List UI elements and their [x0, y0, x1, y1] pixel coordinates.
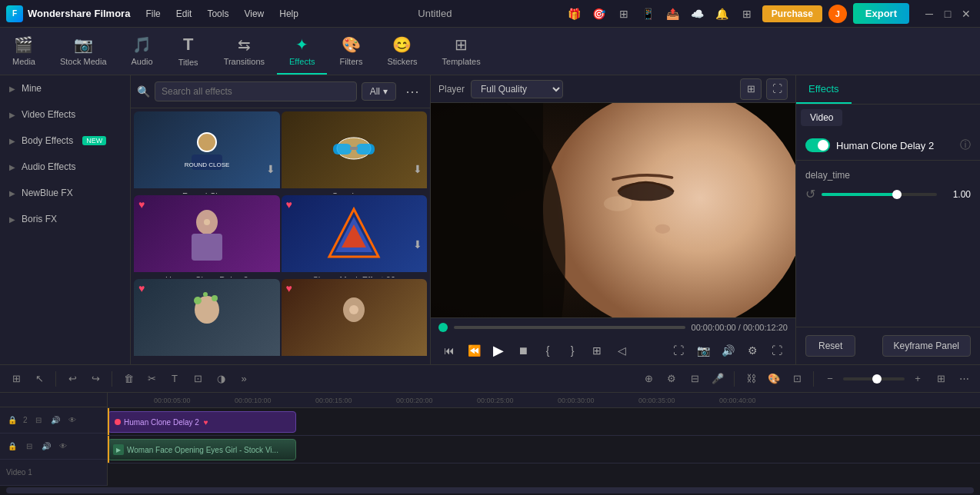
play-button[interactable]: ▶ — [488, 340, 509, 361]
menu-file[interactable]: File — [139, 5, 166, 22]
volume-button[interactable]: 🔊 — [717, 340, 738, 361]
zoom-out-button[interactable]: − — [820, 369, 840, 389]
pip-button[interactable]: ⊡ — [787, 369, 807, 389]
step-back-button[interactable]: ⏪ — [463, 340, 485, 361]
undo-button[interactable]: ↩ — [62, 369, 82, 389]
gift-icon[interactable]: 🎁 — [565, 5, 584, 23]
text-button[interactable]: T — [165, 369, 185, 389]
effect-item-shape-mask-06[interactable]: ♥ ⬇ Shape Mask Effect 06 — [282, 195, 428, 277]
grid-icon[interactable]: ⊞ — [615, 5, 633, 23]
sidebar-item-audio-effects[interactable]: ▶ Audio Effects — [0, 154, 130, 180]
sidebar-item-body-effects[interactable]: ▶ Body Effects NEW — [0, 128, 130, 154]
add-track-button[interactable]: ⊞ — [6, 369, 26, 389]
track-1-collapse[interactable]: ⊟ — [23, 440, 35, 452]
zoom-in-button[interactable]: + — [908, 369, 928, 389]
keyframe-panel-button[interactable]: Keyframe Panel — [882, 335, 971, 357]
toolbar-templates[interactable]: ⊞ Templates — [430, 28, 493, 75]
subtab-video[interactable]: Video — [801, 109, 842, 126]
mark-in-button[interactable]: { — [537, 340, 558, 361]
effect-toggle[interactable] — [805, 138, 830, 152]
toolbar-effects[interactable]: ✦ Effects — [277, 28, 327, 75]
sidebar-item-video-effects[interactable]: ▶ Video Effects — [0, 101, 130, 128]
share-icon[interactable]: 📤 — [664, 5, 682, 23]
minimize-button[interactable]: ─ — [922, 6, 937, 22]
more-button[interactable]: ⋯ — [401, 81, 424, 101]
snapshot-button[interactable]: 📷 — [692, 340, 714, 361]
playhead-dot[interactable] — [438, 323, 448, 332]
magnet-button[interactable]: ⊕ — [638, 369, 658, 389]
color-button[interactable]: ◑ — [211, 369, 231, 389]
menu-help[interactable]: Help — [273, 5, 305, 22]
clip-effect-human-clone[interactable]: Human Clone Delay 2 ♥ — [108, 411, 296, 433]
effect-item-human-clone-delay-2[interactable]: ♥ Human Clone Delay 2 — [134, 195, 280, 277]
track-row-2[interactable]: Human Clone Delay 2 ♥ — [108, 408, 980, 436]
progress-track[interactable] — [454, 326, 685, 329]
effect-item-5[interactable]: ♥ — [134, 279, 280, 361]
crop-button[interactable]: ⛶ — [668, 340, 689, 361]
settings-button[interactable]: ⚙ — [742, 340, 763, 361]
select-tool[interactable]: ↖ — [29, 369, 49, 389]
split-button[interactable]: ⊟ — [685, 369, 705, 389]
fullscreen-button[interactable]: ⛶ — [766, 78, 788, 100]
param-reset-icon[interactable]: ↺ — [805, 187, 815, 201]
param-slider[interactable] — [822, 193, 937, 196]
sidebar-item-boris-fx[interactable]: ▶ Boris FX — [0, 206, 130, 232]
close-button[interactable]: ✕ — [958, 6, 974, 22]
add-marker-button[interactable]: ⊞ — [586, 340, 608, 361]
effect-info-button[interactable]: ⓘ — [960, 138, 971, 152]
track-2-audio-icon[interactable]: 🔊 — [49, 414, 62, 426]
effect-item-round-close[interactable]: ROUND CLOSE ⬇ Round Close — [134, 111, 280, 194]
skip-back-button[interactable]: ⏮ — [438, 340, 460, 361]
track-1-audio-icon[interactable]: 🔊 — [40, 440, 52, 452]
cloud-icon[interactable]: ☁️ — [688, 5, 707, 23]
user-avatar[interactable]: J — [828, 5, 847, 23]
more-btn[interactable]: ⋯ — [954, 369, 974, 389]
redo-button[interactable]: ↪ — [85, 369, 105, 389]
fullscreen-ctrl-button[interactable]: ⛶ — [766, 340, 788, 361]
apps-icon[interactable]: ⊞ — [738, 5, 756, 23]
effect-item-sunglasses[interactable]: ⬇ Sunglasses — [282, 111, 428, 194]
quality-select[interactable]: Full Quality Half Quality Quarter Qualit… — [471, 80, 563, 98]
notify-icon[interactable]: 🔔 — [713, 5, 732, 23]
sidebar-item-mine[interactable]: ▶ Mine — [0, 75, 130, 101]
toolbar-stickers[interactable]: 😊 Stickers — [375, 28, 429, 75]
zoom-slider[interactable] — [843, 377, 905, 380]
crop-button[interactable]: ⊡ — [188, 369, 208, 389]
toolbar-media[interactable]: 🎬 Media — [0, 28, 48, 75]
menu-edit[interactable]: Edit — [170, 5, 198, 22]
filter-button[interactable]: All ▾ — [362, 82, 396, 101]
toolbar-filters[interactable]: 🎨 Filters — [327, 28, 375, 75]
track-row-1[interactable]: ▶ Woman Face Opening Eyes Girl - Stock V… — [108, 436, 980, 463]
search-input[interactable] — [155, 81, 357, 101]
arrow-icon[interactable]: 🎯 — [590, 5, 608, 23]
reset-button[interactable]: Reset — [805, 335, 855, 357]
more-tools-button[interactable]: » — [234, 369, 254, 389]
export-button[interactable]: Export — [853, 3, 909, 24]
cut-button[interactable]: ✂ — [142, 369, 162, 389]
timeline-scrollbar[interactable] — [6, 487, 974, 493]
color2-button[interactable]: 🎨 — [764, 369, 784, 389]
track-1-visibility[interactable]: 👁 — [57, 440, 69, 452]
grid-view-btn[interactable]: ⊞ — [931, 369, 951, 389]
settings2-button[interactable]: ⚙ — [662, 369, 682, 389]
effect-item-6[interactable]: ♥ — [282, 279, 428, 361]
mobile-icon[interactable]: 📱 — [639, 5, 658, 23]
track-2-visibility[interactable]: 👁 — [66, 414, 78, 426]
menu-tools[interactable]: Tools — [201, 5, 235, 22]
toolbar-stock-media[interactable]: 📷 Stock Media — [48, 28, 119, 75]
delete-button[interactable]: 🗑 — [118, 369, 138, 389]
grid-view-button[interactable]: ⊞ — [740, 78, 762, 100]
track-2-collapse[interactable]: ⊟ — [32, 414, 45, 426]
prev-marker-button[interactable]: ◁ — [611, 340, 632, 361]
clip-video-main[interactable]: ▶ Woman Face Opening Eyes Girl - Stock V… — [108, 439, 296, 460]
maximize-button[interactable]: □ — [940, 6, 955, 22]
mark-out-button[interactable]: } — [562, 340, 583, 361]
toolbar-titles[interactable]: T Titles — [165, 28, 212, 75]
stop-button[interactable]: ⏹ — [512, 340, 534, 361]
tab-effects[interactable]: Effects — [796, 75, 852, 104]
menu-view[interactable]: View — [238, 5, 270, 22]
toolbar-audio[interactable]: 🎵 Audio — [119, 28, 165, 75]
toolbar-transitions[interactable]: ⇆ Transitions — [212, 28, 277, 75]
track-2-lock[interactable]: 🔒 — [6, 414, 18, 426]
link-button[interactable]: ⛓ — [741, 369, 761, 389]
